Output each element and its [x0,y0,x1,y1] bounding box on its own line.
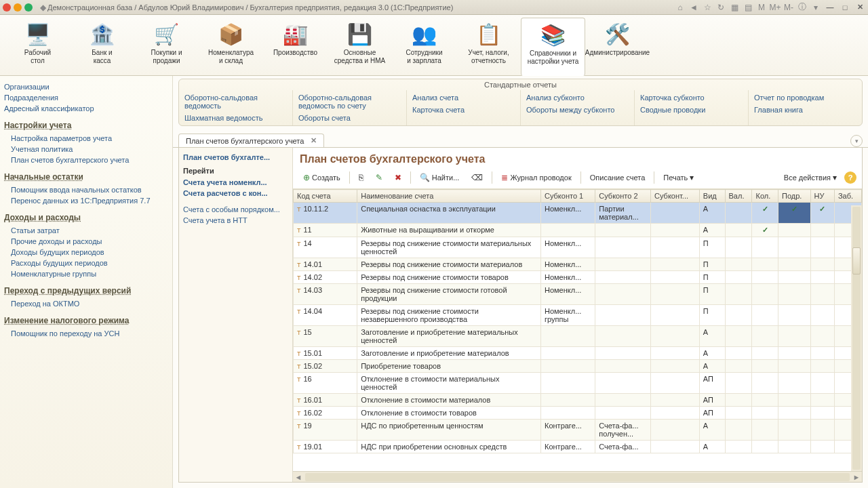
toolbar-button-2[interactable]: 🛒Покупки ипродажи [134,18,199,75]
traffic-zoom[interactable] [24,3,33,12]
table-cell[interactable] [651,305,700,326]
table-cell[interactable]: Животные на выращивании и откорме [357,224,541,237]
toolbar-button-4[interactable]: 🏭Производство [263,18,328,75]
table-cell[interactable] [725,373,752,394]
table-cell[interactable] [752,360,778,373]
table-cell[interactable] [752,441,778,453]
table-cell[interactable]: Номенкл... группы [541,305,595,326]
table-cell[interactable] [595,237,651,258]
table-cell[interactable] [810,347,834,360]
table-cell[interactable] [778,420,811,441]
column-header[interactable]: НУ [810,190,834,203]
table-cell[interactable] [752,326,778,347]
tb-star-icon[interactable]: ☆ [703,3,712,12]
table-cell[interactable]: Резервы под снижение стоимости готовой п… [357,284,541,305]
table-cell[interactable]: T16 [294,373,357,394]
report-link[interactable]: Оборотно-сальдовая ведомость [184,92,287,112]
table-cell[interactable]: Заготовление и приобретение материальных… [357,326,541,347]
column-header[interactable]: Наименование счета [357,190,541,203]
delete-button[interactable]: ✖ [390,171,406,184]
table-cell[interactable] [752,258,778,271]
table-cell[interactable]: А [699,326,725,347]
table-cell[interactable] [651,326,700,347]
table-cell[interactable]: П [699,237,725,258]
table-row[interactable]: T16.01Отклонение в стоимости материаловА… [294,394,862,407]
report-link[interactable]: Карточка счета [412,104,515,116]
table-cell[interactable] [752,284,778,305]
table-cell[interactable]: Отклонение в стоимости материальных ценн… [357,373,541,394]
table-cell[interactable]: АП [699,394,725,407]
table-cell[interactable] [541,347,595,360]
table-cell[interactable] [778,224,811,237]
table-cell[interactable]: П [699,305,725,326]
sidebar-link[interactable]: Настройка параметров учета [4,133,168,144]
table-row[interactable]: T14Резервы под снижение стоимости матери… [294,237,862,258]
table-cell[interactable]: Резервы под снижение стоимости незаверше… [357,305,541,326]
column-header[interactable]: Вид [699,190,725,203]
table-cell[interactable] [752,373,778,394]
table-row[interactable]: T14.03Резервы под снижение стоимости гот… [294,284,862,305]
journal-button[interactable]: ≣Журнал проводок [496,171,576,184]
sidebar-link[interactable]: Помощник по переходу на УСН [4,328,168,339]
table-cell[interactable] [595,305,651,326]
table-cell[interactable]: Номенкл... [541,271,595,284]
table-row[interactable]: T14.02Резервы под снижение стоимости тов… [294,271,862,284]
tb-home-icon[interactable]: ⌂ [675,3,685,12]
tb-calc-mminus[interactable]: M- [784,3,793,12]
table-cell[interactable] [725,237,752,258]
clear-find-button[interactable]: ⌫ [467,171,488,184]
report-link[interactable]: Анализ счета [412,92,515,104]
table-cell[interactable] [725,347,752,360]
table-cell[interactable]: Резервы под снижение стоимости материаль… [357,237,541,258]
table-cell[interactable]: Отклонение в стоимости материалов [357,394,541,407]
table-cell[interactable] [810,394,834,407]
table-cell[interactable] [725,224,752,237]
table-cell[interactable]: А [699,360,725,373]
table-cell[interactable] [541,373,595,394]
table-cell[interactable] [595,394,651,407]
table-cell[interactable]: П [699,271,725,284]
table-cell[interactable] [651,420,700,441]
report-link[interactable]: Главная книга [754,104,856,116]
table-cell[interactable] [778,407,811,420]
table-cell[interactable] [725,326,752,347]
table-cell[interactable]: Заготовление и приобретение материалов [357,347,541,360]
table-cell[interactable]: ✓ [752,203,778,224]
table-row[interactable]: T15.02Приобретение товаровА [294,360,862,373]
table-cell[interactable] [810,305,834,326]
create-button[interactable]: ⊕Создать [298,171,345,184]
sidebar-link[interactable]: Переход на ОКТМО [4,298,168,309]
table-cell[interactable] [651,271,700,284]
column-header[interactable]: Вал. [725,190,752,203]
table-cell[interactable]: П [699,258,725,271]
table-cell[interactable] [725,407,752,420]
toolbar-button-5[interactable]: 💾Основныесредства и НМА [328,18,392,75]
toolbar-button-9[interactable]: 🛠️Администрирование [585,18,650,75]
tb-grid-icon[interactable]: ▦ [730,3,739,12]
table-row[interactable]: T11Животные на выращивании и откормеА✓ [294,224,862,237]
table-cell[interactable] [752,347,778,360]
table-cell[interactable] [541,407,595,420]
table-cell[interactable] [651,284,700,305]
table-cell[interactable] [651,258,700,271]
table-cell[interactable] [810,420,834,441]
table-cell[interactable] [595,347,651,360]
table-cell[interactable] [595,284,651,305]
table-cell[interactable]: Номенкл... [541,203,595,224]
table-cell[interactable] [725,271,752,284]
table-cell[interactable] [595,271,651,284]
table-cell[interactable] [810,271,834,284]
tb-dropdown-icon[interactable]: ▾ [811,3,821,12]
sub-current[interactable]: План счетов бухгалте... [183,152,288,163]
table-row[interactable]: T19.01НДС при приобретении основных сред… [294,441,862,453]
table-cell[interactable]: Номенкл... [541,258,595,271]
horizontal-scrollbar[interactable]: ◄ ► [293,471,862,482]
table-row[interactable]: T16.02Отклонение в стоимости товаровАП [294,407,862,420]
table-cell[interactable]: Отклонение в стоимости товаров [357,407,541,420]
table-cell[interactable]: А [699,347,725,360]
table-cell[interactable]: Номенкл... [541,284,595,305]
table-cell[interactable]: ✓ [778,203,811,224]
table-cell[interactable] [595,360,651,373]
table-row[interactable]: T16Отклонение в стоимости материальных ц… [294,373,862,394]
table-cell[interactable] [595,326,651,347]
